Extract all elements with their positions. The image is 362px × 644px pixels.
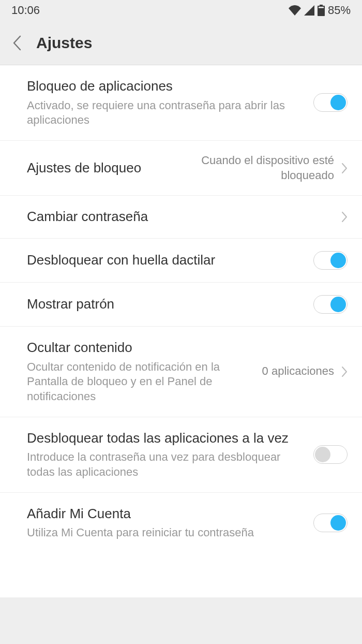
- footer-gap: [0, 597, 362, 644]
- status-time: 10:06: [11, 4, 40, 17]
- toggle-app-lock[interactable]: [313, 93, 348, 112]
- row-sub: Introduce la contraseña una vez para des…: [27, 450, 305, 479]
- wifi-icon: [289, 5, 301, 16]
- row-hide-content[interactable]: Ocultar contenido Ocultar contenido de n…: [0, 327, 362, 417]
- row-title: Ajustes de bloqueo: [27, 159, 191, 177]
- toggle-unlock-all[interactable]: [313, 445, 348, 464]
- toggle-mi-account[interactable]: [313, 514, 348, 532]
- row-title: Bloqueo de aplicaciones: [27, 78, 305, 95]
- header: Ajustes: [0, 21, 362, 65]
- chevron-right-icon: [341, 211, 348, 223]
- row-title: Cambiar contraseña: [27, 208, 333, 226]
- row-unlock-all-at-once[interactable]: Desbloquear todas las aplicaciones a la …: [0, 417, 362, 493]
- svg-rect-2: [319, 7, 324, 8]
- battery-pct: 85%: [328, 4, 351, 17]
- battery-icon: [318, 5, 325, 16]
- row-value: Cuando el dispositivo esté bloqueado: [200, 153, 334, 183]
- row-title: Desbloquear con huella dactilar: [27, 252, 305, 269]
- row-fingerprint-unlock[interactable]: Desbloquear con huella dactilar: [0, 239, 362, 283]
- chevron-right-icon: [341, 366, 348, 377]
- row-sub: Activado, se requiere una contraseña par…: [27, 98, 305, 128]
- row-title: Desbloquear todas las aplicaciones a la …: [27, 430, 305, 447]
- page-title: Ajustes: [36, 34, 92, 52]
- row-title: Añadir Mi Cuenta: [27, 505, 305, 523]
- toggle-fingerprint[interactable]: [313, 251, 348, 270]
- status-bar: 10:06 85%: [0, 0, 362, 21]
- cell-signal-icon: [304, 5, 314, 16]
- row-sub: Ocultar contenido de notificación en la …: [27, 360, 254, 404]
- row-add-mi-account[interactable]: Añadir Mi Cuenta Utiliza Mi Cuenta para …: [0, 493, 362, 553]
- svg-rect-0: [320, 5, 323, 6]
- row-app-lock[interactable]: Bloqueo de aplicaciones Activado, se req…: [0, 65, 362, 141]
- status-icons: 85%: [289, 4, 351, 17]
- settings-list: Bloqueo de aplicaciones Activado, se req…: [0, 65, 362, 597]
- back-button[interactable]: [12, 35, 22, 51]
- row-show-pattern[interactable]: Mostrar patrón: [0, 283, 362, 327]
- toggle-show-pattern[interactable]: [313, 295, 348, 314]
- row-change-password[interactable]: Cambiar contraseña: [0, 196, 362, 239]
- row-lock-settings[interactable]: Ajustes de bloqueo Cuando el dispositivo…: [0, 141, 362, 196]
- row-title: Mostrar patrón: [27, 296, 305, 313]
- chevron-right-icon: [341, 163, 348, 174]
- row-title: Ocultar contenido: [27, 339, 254, 357]
- row-value: 0 aplicaciones: [262, 364, 334, 379]
- row-sub: Utiliza Mi Cuenta para reiniciar tu cont…: [27, 525, 305, 540]
